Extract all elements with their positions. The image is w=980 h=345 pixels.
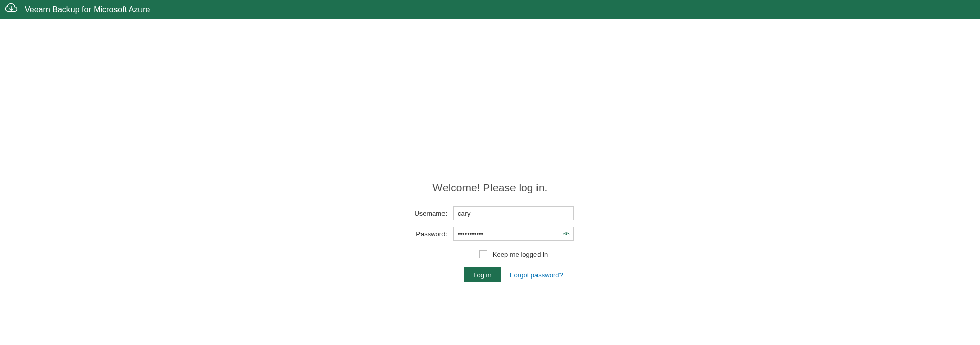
- password-label: Password:: [406, 230, 447, 238]
- welcome-heading: Welcome! Please log in.: [433, 182, 548, 194]
- username-input-wrapper: [453, 206, 574, 220]
- username-row: Username:: [406, 206, 574, 220]
- eye-icon[interactable]: [562, 229, 571, 238]
- button-row: Log in Forgot password?: [464, 267, 563, 282]
- forgot-password-link[interactable]: Forgot password?: [510, 271, 563, 279]
- svg-point-0: [565, 233, 567, 235]
- login-container: Welcome! Please log in. Username: Passwo…: [0, 182, 980, 282]
- header-logo: Veeam Backup for Microsoft Azure: [4, 2, 150, 18]
- password-input[interactable]: [453, 227, 574, 241]
- login-button[interactable]: Log in: [464, 267, 500, 282]
- password-input-wrapper: [453, 227, 574, 241]
- keep-logged-in-row: Keep me logged in: [479, 250, 548, 258]
- username-input[interactable]: [453, 206, 574, 220]
- username-label: Username:: [406, 210, 447, 217]
- keep-logged-in-checkbox[interactable]: [479, 250, 487, 258]
- header-title: Veeam Backup for Microsoft Azure: [25, 5, 150, 14]
- header: Veeam Backup for Microsoft Azure: [0, 0, 980, 19]
- keep-logged-in-label[interactable]: Keep me logged in: [493, 251, 548, 258]
- password-row: Password:: [406, 227, 574, 241]
- cloud-arrow-icon: [4, 2, 25, 18]
